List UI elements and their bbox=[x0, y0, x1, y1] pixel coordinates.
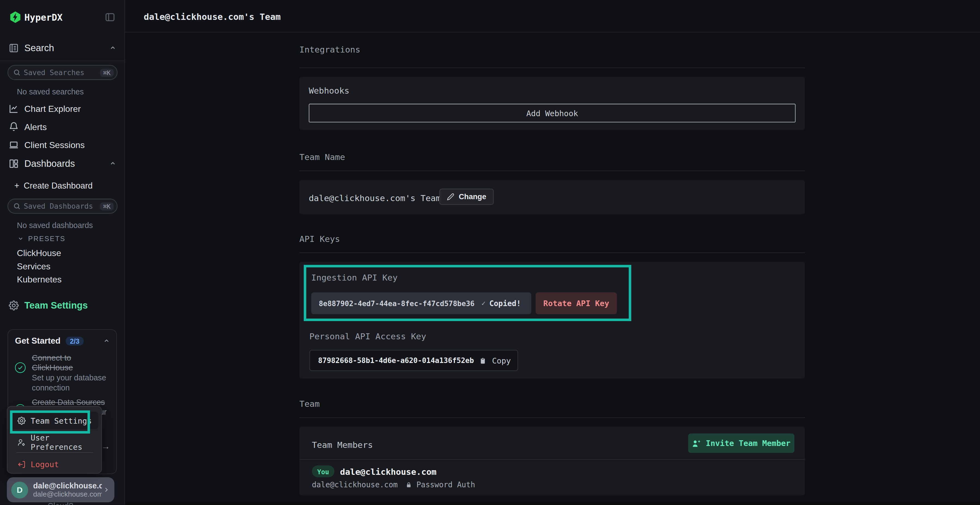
shortcut-badge: ⌘K bbox=[100, 68, 114, 76]
menu-item-logout[interactable]: Logout bbox=[11, 457, 98, 472]
team-heading: Team bbox=[299, 399, 805, 409]
menu-item-user-preferences[interactable]: User Preferences bbox=[11, 434, 98, 451]
saved-searches-search[interactable]: ⌘K bbox=[8, 65, 118, 80]
ingestion-key-value: 8e887902-4ed7-44ea-8fec-f47cd578be36 bbox=[319, 299, 474, 308]
avatar: D bbox=[11, 481, 28, 498]
plus-icon: + bbox=[14, 181, 19, 191]
checklist-item-subtitle: Set up your database connection bbox=[32, 373, 111, 393]
chart-icon bbox=[9, 104, 19, 114]
preset-item-clickhouse[interactable]: ClickHouse bbox=[17, 248, 61, 258]
account-menu: Team Settings User Preferences Logout bbox=[7, 406, 102, 473]
bell-icon bbox=[9, 122, 19, 132]
copied-label: Copied! bbox=[489, 299, 521, 308]
no-saved-dashboards-text: No saved dashboards bbox=[17, 221, 93, 230]
saved-dashboards-input[interactable] bbox=[24, 202, 97, 211]
change-team-name-button[interactable]: Change bbox=[439, 189, 494, 205]
get-started-progress-badge: 2/3 bbox=[65, 336, 84, 345]
team-settings-label: Team Settings bbox=[24, 300, 88, 310]
check-circle-icon bbox=[15, 362, 25, 373]
laptop-icon bbox=[9, 140, 19, 150]
check-icon: ✓ bbox=[481, 299, 485, 308]
sidebar-item-alerts[interactable]: Alerts bbox=[9, 122, 47, 132]
create-dashboard-label: Create Dashboard bbox=[24, 181, 92, 191]
personal-key-chip[interactable]: 87982668-58b1-4d6e-a620-014a136f52eb Cop… bbox=[309, 350, 518, 371]
hyperdx-logo-icon bbox=[9, 11, 22, 24]
sidebar-section-search[interactable]: Search bbox=[9, 43, 116, 53]
search-icon bbox=[13, 69, 21, 76]
menu-item-label: Team Settings bbox=[31, 416, 92, 425]
integrations-heading: Integrations bbox=[299, 44, 805, 54]
collapse-sidebar-icon[interactable] bbox=[104, 12, 115, 22]
chevron-right-icon bbox=[103, 485, 110, 494]
create-dashboard-button[interactable]: + Create Dashboard bbox=[14, 181, 92, 191]
chevron-up-icon[interactable] bbox=[103, 337, 110, 344]
gear-icon bbox=[9, 300, 19, 310]
rotate-api-key-button[interactable]: Rotate API Key bbox=[536, 292, 617, 314]
sidebar: HyperDX Search ⌘K No saved searches bbox=[0, 0, 125, 505]
gear-icon bbox=[18, 416, 25, 424]
window-bottom-edge bbox=[125, 502, 980, 505]
menu-item-label: Logout bbox=[31, 460, 59, 469]
add-webhook-button[interactable]: Add Webhook bbox=[309, 104, 796, 122]
lock-icon bbox=[406, 481, 412, 489]
change-button-label: Change bbox=[459, 192, 486, 201]
checklist-item-title[interactable]: Create Data Sources bbox=[32, 398, 115, 407]
user-gear-icon bbox=[18, 438, 25, 446]
preset-item-services[interactable]: Services bbox=[17, 261, 50, 271]
sidebar-item-chart-explorer[interactable]: Chart Explorer bbox=[9, 104, 81, 114]
presets-label: PRESETS bbox=[28, 235, 65, 243]
menu-divider bbox=[16, 452, 93, 453]
preset-item-kubernetes[interactable]: Kubernetes bbox=[17, 274, 62, 284]
chevron-up-icon bbox=[110, 160, 116, 167]
member-row: You dale@clickhouse.com bbox=[312, 465, 437, 477]
webhooks-card: Webhooks Add Webhook bbox=[299, 77, 805, 130]
presets-toggle[interactable]: PRESETS bbox=[18, 235, 65, 243]
team-name-card: dale@clickhouse.com's Team Change bbox=[299, 180, 805, 214]
member-name: dale@clickhouse.com bbox=[340, 466, 437, 476]
user-plus-icon bbox=[692, 439, 701, 448]
card-divider bbox=[299, 459, 805, 460]
member-email: dale@clickhouse.com bbox=[312, 481, 398, 489]
webhooks-title: Webhooks bbox=[309, 86, 349, 96]
page-title: dale@clickhouse.com's Team bbox=[144, 12, 281, 22]
app-title: HyperDX bbox=[24, 13, 63, 22]
sidebar-item-team-settings[interactable]: Team Settings bbox=[9, 300, 88, 310]
team-name-value: dale@clickhouse.com's Team bbox=[309, 193, 441, 203]
api-keys-card: Ingestion API Key 8e887902-4ed7-44ea-8fe… bbox=[299, 262, 805, 378]
ingestion-key-chip[interactable]: 8e887902-4ed7-44ea-8fec-f47cd578be36 ✓ C… bbox=[311, 292, 531, 314]
member-auth-type: Password Auth bbox=[417, 481, 475, 489]
invite-team-member-button[interactable]: Invite Team Member bbox=[688, 434, 794, 453]
menu-item-label: User Preferences bbox=[31, 433, 92, 452]
nav-label: Chart Explorer bbox=[24, 104, 81, 114]
main-area: dale@clickhouse.com's Team Integrations … bbox=[125, 0, 980, 505]
personal-key-label: Personal API Access Key bbox=[309, 331, 426, 341]
arrow-right-icon[interactable]: → bbox=[101, 441, 110, 451]
invite-button-label: Invite Team Member bbox=[706, 438, 791, 448]
search-section-label: Search bbox=[24, 43, 104, 53]
nav-label: Client Sessions bbox=[24, 140, 85, 150]
personal-key-value: 87982668-58b1-4d6e-a620-014a136f52eb bbox=[318, 356, 474, 365]
team-members-title: Team Members bbox=[312, 440, 373, 450]
logout-icon bbox=[18, 460, 25, 468]
dashboards-section-label: Dashboards bbox=[24, 158, 104, 169]
saved-dashboards-search[interactable]: ⌘K bbox=[8, 199, 118, 214]
team-name-heading: Team Name bbox=[299, 152, 805, 162]
sidebar-section-dashboards[interactable]: Dashboards bbox=[9, 158, 116, 169]
sidebar-item-client-sessions[interactable]: Client Sessions bbox=[9, 140, 85, 150]
checklist-item-title[interactable]: Connect to ClickHouse bbox=[32, 353, 111, 373]
ingestion-key-label: Ingestion API Key bbox=[311, 272, 398, 283]
get-started-title: Get Started bbox=[15, 336, 60, 345]
dashboard-grid-icon bbox=[9, 158, 19, 168]
page-header: dale@clickhouse.com's Team bbox=[125, 0, 980, 32]
saved-searches-input[interactable] bbox=[24, 68, 97, 77]
nav-label: Alerts bbox=[24, 122, 47, 132]
user-email: dale@clickhouse.com bbox=[33, 481, 102, 490]
pencil-icon bbox=[447, 193, 455, 200]
shortcut-badge: ⌘K bbox=[100, 202, 114, 210]
user-account-chip[interactable]: D dale@clickhouse.com dale@clickhouse.co… bbox=[7, 477, 115, 502]
team-members-card: Team Members Invite Team Member You dale… bbox=[299, 427, 805, 495]
member-meta-row: dale@clickhouse.com Password Auth bbox=[312, 481, 475, 489]
chevron-up-icon bbox=[110, 44, 116, 51]
journal-icon bbox=[9, 43, 19, 53]
menu-item-team-settings[interactable]: Team Settings bbox=[11, 412, 98, 429]
